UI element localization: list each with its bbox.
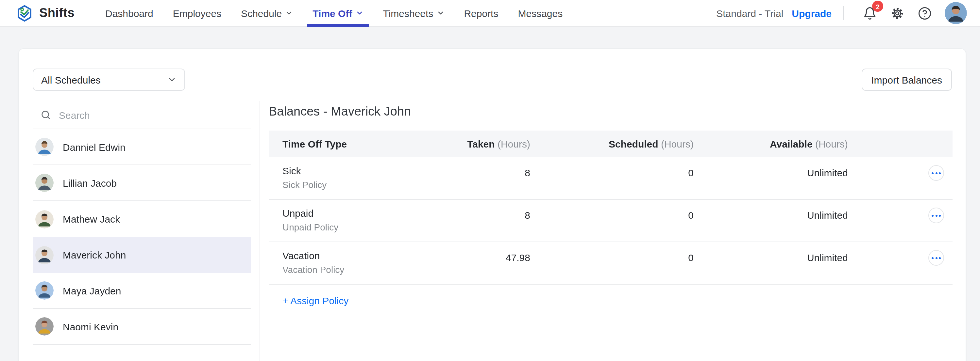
- nav-item-dashboard[interactable]: Dashboard: [100, 0, 159, 27]
- scheduled-value: 0: [530, 157, 694, 199]
- scheduled-value: 0: [530, 200, 694, 242]
- nav-item-employees[interactable]: Employees: [168, 0, 226, 27]
- employee-name: Lillian Jacob: [63, 177, 117, 188]
- type-cell: Sick Sick Policy: [269, 157, 465, 199]
- app-root: Shifts Dashboard Employees Schedule Time…: [0, 0, 980, 361]
- balances-panel: Balances - Maverick John Time Off Type T…: [269, 101, 953, 361]
- search-icon: [41, 110, 51, 120]
- column-label: Available: [770, 138, 813, 149]
- available-value: Unlimited: [694, 157, 848, 199]
- employee-name: Danniel Edwin: [63, 141, 126, 152]
- type-cell: Vacation Vacation Policy: [269, 242, 465, 284]
- column-label: Scheduled: [609, 138, 659, 149]
- actions-cell: [848, 157, 953, 199]
- employee-avatar: [35, 210, 54, 228]
- nav-item-reports[interactable]: Reports: [459, 0, 503, 27]
- column-header-scheduled: Scheduled (Hours): [530, 131, 694, 157]
- column-header-type: Time Off Type: [269, 131, 465, 157]
- employee-name: Mathew Jack: [63, 214, 120, 225]
- schedule-filter-value: All Schedules: [41, 74, 101, 85]
- gear-icon: [890, 6, 904, 20]
- help-button[interactable]: [916, 5, 932, 21]
- vertical-divider: [259, 101, 260, 361]
- help-icon: [918, 6, 931, 20]
- notifications-button[interactable]: 2: [862, 5, 877, 21]
- employee-search: [33, 101, 251, 129]
- employee-avatar: [35, 317, 54, 336]
- employee-list-item[interactable]: Maya Jayden: [33, 273, 251, 309]
- policy-name: Unpaid Policy: [282, 222, 465, 233]
- column-suffix: (Hours): [815, 138, 848, 149]
- user-avatar[interactable]: [945, 2, 967, 24]
- policy-name: Vacation Policy: [282, 264, 465, 276]
- nav-divider: [843, 6, 844, 20]
- table-row: Unpaid Unpaid Policy 8 0 Unlimited: [269, 200, 953, 242]
- column-suffix: (Hours): [498, 138, 530, 149]
- upgrade-link[interactable]: Upgrade: [792, 8, 832, 19]
- employee-list-item[interactable]: Naomi Kevin: [33, 309, 251, 345]
- employee-list-item-selected[interactable]: Maverick John: [33, 237, 251, 273]
- chevron-down-icon: [167, 75, 177, 84]
- employee-avatar: [35, 246, 54, 264]
- nav-label: Time Off: [312, 8, 352, 19]
- chevron-down-icon: [355, 9, 363, 17]
- nav-item-messages[interactable]: Messages: [512, 0, 568, 27]
- taken-value: 8: [465, 200, 530, 242]
- policy-name: Sick Policy: [282, 179, 465, 191]
- import-balances-button[interactable]: Import Balances: [861, 68, 952, 91]
- type-cell: Unpaid Unpaid Policy: [269, 200, 465, 242]
- nav-label: Reports: [464, 8, 498, 19]
- brand-name: Shifts: [39, 6, 75, 20]
- row-actions-button[interactable]: [928, 207, 944, 223]
- actions-cell: [848, 242, 953, 284]
- employee-avatar: [35, 281, 54, 300]
- top-navigation: Shifts Dashboard Employees Schedule Time…: [0, 0, 980, 27]
- column-header-available: Available (Hours): [694, 131, 848, 157]
- settings-button[interactable]: [889, 5, 905, 21]
- page-title: Balances - Maverick John: [269, 103, 953, 120]
- notification-badge: 2: [872, 1, 883, 12]
- time-off-type: Sick: [282, 165, 465, 177]
- toolbar: All Schedules Import Balances: [19, 49, 966, 91]
- card-body: Danniel Edwin Lillian Jacob Mathew Jack: [19, 101, 966, 361]
- employee-list-item[interactable]: Lillian Jacob: [33, 165, 251, 201]
- assign-policy-link[interactable]: + Assign Policy: [269, 295, 349, 306]
- taken-value: 8: [465, 157, 530, 199]
- employee-list: Danniel Edwin Lillian Jacob Mathew Jack: [33, 129, 251, 345]
- chevron-down-icon: [436, 9, 444, 17]
- employee-avatar: [35, 138, 54, 156]
- column-label: Taken: [467, 138, 495, 149]
- taken-value: 47.98: [465, 242, 530, 284]
- nav-item-schedule[interactable]: Schedule: [236, 0, 298, 27]
- employee-list-item[interactable]: Danniel Edwin: [33, 129, 251, 165]
- nav-menu: Dashboard Employees Schedule Time Off Ti…: [95, 0, 573, 27]
- balances-table: Time Off Type Taken (Hours) Scheduled (H…: [269, 131, 953, 285]
- time-off-type: Vacation: [282, 250, 465, 262]
- table-row: Sick Sick Policy 8 0 Unlimited: [269, 157, 953, 200]
- table-row: Vacation Vacation Policy 47.98 0 Unlimit…: [269, 242, 953, 285]
- brand[interactable]: Shifts: [16, 4, 75, 22]
- row-actions-button[interactable]: [928, 250, 944, 266]
- time-off-type: Unpaid: [282, 207, 465, 219]
- chevron-down-icon: [285, 9, 293, 17]
- table-header-row: Time Off Type Taken (Hours) Scheduled (H…: [269, 131, 953, 157]
- page-background: All Schedules Import Balances: [0, 48, 980, 361]
- column-suffix: (Hours): [661, 138, 694, 149]
- nav-label: Messages: [518, 8, 563, 19]
- employee-name: Maverick John: [63, 249, 126, 260]
- search-input[interactable]: [59, 109, 216, 120]
- row-actions-button[interactable]: [928, 165, 944, 181]
- content-card: All Schedules Import Balances: [18, 48, 966, 361]
- nav-item-timesheets[interactable]: Timesheets: [377, 0, 449, 27]
- nav-item-time-off[interactable]: Time Off: [307, 0, 368, 27]
- actions-cell: [848, 200, 953, 242]
- employee-name: Naomi Kevin: [63, 321, 118, 332]
- column-header-taken: Taken (Hours): [465, 131, 530, 157]
- available-value: Unlimited: [694, 200, 848, 242]
- employee-sidebar: Danniel Edwin Lillian Jacob Mathew Jack: [33, 101, 251, 361]
- available-value: Unlimited: [694, 242, 848, 284]
- employee-list-item[interactable]: Mathew Jack: [33, 201, 251, 237]
- employee-avatar: [35, 174, 54, 192]
- shifts-logo-icon: [16, 4, 33, 22]
- schedule-filter-select[interactable]: All Schedules: [33, 68, 185, 91]
